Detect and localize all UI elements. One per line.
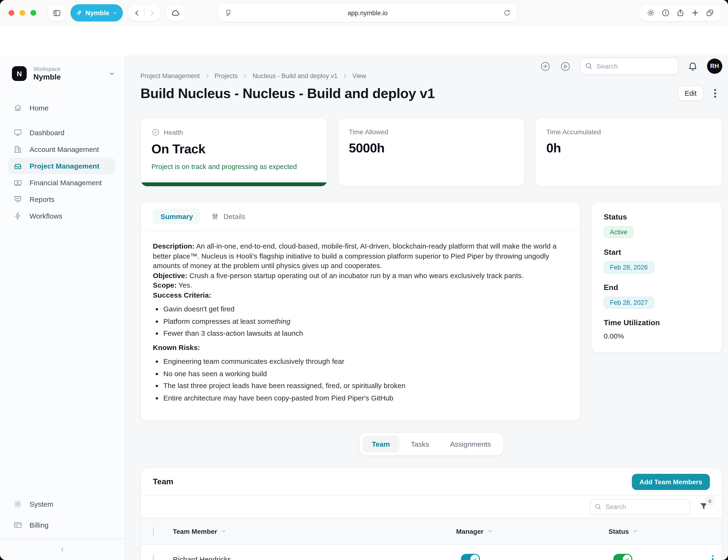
tab-team[interactable]: Team xyxy=(362,436,399,452)
icloud-tabs-button[interactable] xyxy=(166,4,186,21)
page-more-menu[interactable] xyxy=(708,89,722,98)
sidebar-item-label: Account Management xyxy=(30,145,99,153)
reader-view-icon[interactable] xyxy=(224,9,232,17)
time-utilization-label: Time Utilization xyxy=(604,319,710,327)
check-circle-icon xyxy=(151,128,160,137)
health-value: On Track xyxy=(151,142,316,157)
tab-details-label: Details xyxy=(224,212,245,220)
tab-overview-icon[interactable] xyxy=(706,9,714,17)
forward-button[interactable] xyxy=(148,9,155,16)
browser-actions-group xyxy=(639,4,722,21)
main-content: Project Management Projects Nucleus - Bu… xyxy=(125,56,728,560)
chevron-down-icon xyxy=(109,70,115,77)
nav-divider xyxy=(144,8,145,18)
list-item: Entire architecture may have been copy-p… xyxy=(163,393,568,403)
workspace-name: Nymble xyxy=(33,72,109,81)
sidebar-item-financial-management[interactable]: Financial Management xyxy=(8,174,115,191)
zoom-window-button[interactable] xyxy=(30,10,36,16)
time-allowed-card: Time Allowed 5000h xyxy=(338,118,525,187)
sidebar-item-label: Financial Management xyxy=(30,179,102,187)
sidebar-item-workflows[interactable]: Workflows xyxy=(8,208,115,224)
sidebar-toggle-icon xyxy=(52,8,61,17)
tab-details[interactable]: Details xyxy=(211,212,245,220)
sidebar-item-dashboard[interactable]: Dashboard xyxy=(8,124,115,141)
row-more-menu[interactable] xyxy=(712,555,714,560)
success-criteria-label: Success Criteria: xyxy=(153,291,211,299)
tab-tasks[interactable]: Tasks xyxy=(401,436,439,452)
rocket-icon xyxy=(75,8,84,17)
health-progress-bar xyxy=(141,182,327,186)
close-window-button[interactable] xyxy=(9,10,14,16)
team-search-input[interactable] xyxy=(590,499,690,515)
health-note: Project is on track and progressing as e… xyxy=(151,163,316,170)
team-heading: Team xyxy=(153,477,173,486)
start-date-badge: Feb 28, 2026 xyxy=(604,261,654,273)
add-team-members-button[interactable]: Add Team Members xyxy=(632,474,710,490)
breadcrumb-project-management[interactable]: Project Management xyxy=(140,72,200,80)
reload-icon[interactable] xyxy=(503,9,511,17)
column-manager[interactable]: Manager xyxy=(456,527,484,535)
manager-toggle[interactable] xyxy=(461,554,480,560)
search-icon xyxy=(594,503,602,510)
url-text: app.nymble.io xyxy=(348,9,388,16)
success-criteria-list: Gavin doesn't get fired Platform compres… xyxy=(153,304,568,338)
workspace-switcher[interactable]: N Workspace Nymble xyxy=(12,66,115,81)
address-bar[interactable]: app.nymble.io xyxy=(218,4,517,22)
breadcrumb-nucleus[interactable]: Nucleus - Build and deploy v1 xyxy=(253,72,338,80)
sidebar-item-system[interactable]: System xyxy=(8,496,115,512)
back-button[interactable] xyxy=(133,9,140,16)
row-checkbox[interactable] xyxy=(153,555,154,560)
browser-profile-pill[interactable]: Nymble xyxy=(70,4,123,21)
column-team-member[interactable]: Team Member xyxy=(173,527,217,535)
filter-button[interactable]: 0 xyxy=(699,501,709,512)
credit-card-icon xyxy=(13,520,22,530)
select-all-checkbox[interactable] xyxy=(153,527,154,535)
breadcrumb-view[interactable]: View xyxy=(352,72,366,80)
tray-icon xyxy=(13,161,22,170)
sidebar-item-account-management[interactable]: Account Management xyxy=(8,141,115,158)
time-allowed-label: Time Allowed xyxy=(349,128,388,136)
sidebar-item-project-management[interactable]: Project Management xyxy=(8,158,115,174)
status-toggle[interactable] xyxy=(613,554,632,560)
sidebar-item-home[interactable]: Home xyxy=(8,100,115,116)
objective-label: Objective: xyxy=(153,271,187,279)
new-tab-icon[interactable] xyxy=(691,9,699,17)
scope-text: Yes. xyxy=(179,281,192,289)
breadcrumb: Project Management Projects Nucleus - Bu… xyxy=(140,72,722,80)
sidebar-item-label: Reports xyxy=(30,195,55,203)
time-accumulated-card: Time Accumulated 0h xyxy=(535,118,722,187)
settings-gear-icon[interactable] xyxy=(647,9,655,17)
table-row[interactable]: Richard Hendricks xyxy=(141,545,722,560)
sidebar-collapse-button[interactable] xyxy=(0,539,125,560)
browser-history-nav xyxy=(128,4,161,21)
minimize-window-button[interactable] xyxy=(20,10,25,16)
column-status[interactable]: Status xyxy=(608,527,629,535)
banknote-icon xyxy=(13,178,22,187)
sidebar: N Workspace Nymble Home Dashboard xyxy=(0,56,125,560)
objective-text: Crush a five-person startup operating ou… xyxy=(189,271,524,279)
list-item: No one has seen a working build xyxy=(163,369,568,379)
sidebar-item-label: Workflows xyxy=(30,212,62,220)
browser-toolbar: Nymble app.nymble.io xyxy=(0,0,728,26)
browser-sidebar-toggle-button[interactable] xyxy=(48,4,66,21)
sidebar-item-billing[interactable]: Billing xyxy=(8,517,115,533)
edit-button[interactable]: Edit xyxy=(678,86,704,101)
team-table-header: Team Member Manager Status xyxy=(141,518,722,545)
sidebar-item-reports[interactable]: Reports xyxy=(8,191,115,208)
known-risks-label: Known Risks: xyxy=(153,343,200,351)
tab-summary[interactable]: Summary xyxy=(153,209,201,224)
list-item: Engineering team communicates exclusivel… xyxy=(163,357,568,366)
app-header: RH xyxy=(0,26,728,56)
tab-assignments[interactable]: Assignments xyxy=(441,436,501,452)
chevron-right-icon xyxy=(243,73,248,79)
browser-profile-label: Nymble xyxy=(85,9,109,17)
status-panel: Status Active Start Feb 28, 2026 End Feb… xyxy=(591,202,722,353)
breadcrumb-projects[interactable]: Projects xyxy=(214,72,238,80)
chevron-right-icon xyxy=(342,73,348,79)
list-item: Platform compresses at least something xyxy=(163,316,568,326)
share-icon[interactable] xyxy=(676,9,685,17)
window-controls xyxy=(9,10,36,16)
info-icon[interactable] xyxy=(661,9,670,17)
building-icon xyxy=(13,145,22,154)
cloud-icon xyxy=(171,8,180,18)
